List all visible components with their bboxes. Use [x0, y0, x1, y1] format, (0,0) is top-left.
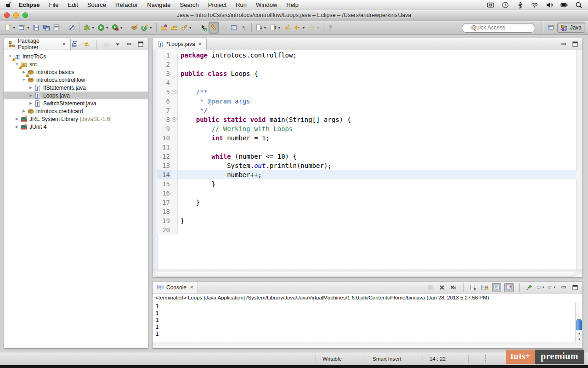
tree-item-introtocs-creditcard[interactable]: ▶introtocs.creditcard: [4, 107, 148, 115]
dropdown-arrow-icon[interactable]: ▼: [91, 26, 95, 29]
remove-all-terminated-button[interactable]: [449, 283, 458, 292]
open-task-button[interactable]: [169, 22, 179, 34]
minimize-button[interactable]: [560, 40, 568, 48]
time-machine-icon[interactable]: [502, 1, 509, 9]
dropdown-arrow-icon[interactable]: ▼: [278, 26, 281, 29]
java-perspective-button[interactable]: J Java: [557, 23, 585, 33]
volume-icon[interactable]: [546, 1, 553, 9]
show-stdout-when-changed-button[interactable]: [492, 283, 501, 292]
dropdown-arrow-icon[interactable]: ▼: [316, 26, 319, 29]
menu-source[interactable]: Source: [83, 1, 111, 8]
new-button[interactable]: ▼: [3, 22, 17, 34]
search-button[interactable]: ▼: [179, 22, 193, 34]
close-icon[interactable]: ✕: [198, 41, 202, 46]
menu-edit[interactable]: Edit: [63, 1, 82, 8]
close-icon[interactable]: ✕: [190, 285, 193, 290]
dropdown-arrow-icon[interactable]: ▼: [189, 26, 192, 29]
tree-item-introtocs-controlflow[interactable]: ▼introtocs.controlflow: [4, 76, 148, 84]
maximize-button[interactable]: [571, 40, 579, 48]
maximize-button[interactable]: [571, 283, 579, 292]
minimize-button[interactable]: [125, 40, 133, 48]
display-selected-console-button[interactable]: ▼: [537, 283, 545, 292]
expand-triangle[interactable]: ▶: [14, 117, 20, 121]
run-external-tools-button[interactable]: ▼: [110, 22, 124, 34]
open-perspective-button[interactable]: [547, 23, 555, 32]
scroll-down-arrow[interactable]: ▼: [576, 336, 582, 342]
last-edit-location-button[interactable]: [282, 22, 292, 34]
console-tab[interactable]: Console ✕: [153, 282, 198, 293]
debug-button[interactable]: ▼: [82, 22, 96, 34]
expand-triangle[interactable]: ▶: [14, 125, 20, 129]
collapse-all-button[interactable]: [71, 40, 79, 48]
collapse-triangle[interactable]: ▼: [21, 78, 27, 82]
menu-navigate[interactable]: Navigate: [142, 1, 175, 8]
scrollbar-thumb[interactable]: [154, 271, 575, 276]
editor-tab-loops-java[interactable]: J *Loops.java ✕: [153, 38, 207, 50]
scroll-up-arrow[interactable]: ▲: [576, 330, 582, 336]
tree-item-jre-system-library[interactable]: ▶JRE System Library[JavaSE-1.6]: [4, 115, 148, 123]
minimize-button[interactable]: [560, 283, 568, 292]
save-button[interactable]: [31, 22, 41, 34]
previous-annotation-button[interactable]: ▼: [268, 22, 283, 34]
remove-launch-button[interactable]: [438, 283, 446, 292]
collapse-fold-icon[interactable]: −: [172, 117, 176, 122]
minimize-window-button[interactable]: [13, 12, 19, 18]
close-window-button[interactable]: [4, 12, 10, 18]
package-explorer-tree[interactable]: ▼JIntroToCs▼src▶introtocs.basics▼introto…: [4, 50, 148, 131]
wifi-icon[interactable]: [531, 1, 538, 9]
new-java-class-button[interactable]: C▼: [140, 22, 154, 34]
next-annotation-button[interactable]: ▼: [254, 22, 268, 34]
display-mirroring-icon[interactable]: [487, 1, 494, 9]
dropdown-arrow-icon[interactable]: ▼: [27, 26, 30, 29]
expand-triangle[interactable]: ▶: [28, 86, 34, 90]
menu-search[interactable]: Search: [175, 1, 204, 8]
console-vertical-scrollbar[interactable]: ▲ ▼: [575, 302, 582, 342]
console-horizontal-scrollbar[interactable]: [153, 342, 582, 348]
menu-eclipse[interactable]: Eclipse: [15, 1, 45, 8]
dropdown-arrow-icon[interactable]: ▼: [264, 26, 267, 29]
apple-icon[interactable]: [6, 1, 12, 9]
menu-help[interactable]: Help: [282, 1, 303, 8]
bluetooth-icon[interactable]: [516, 1, 524, 9]
console-output[interactable]: 11111: [153, 302, 576, 342]
view-menu-button[interactable]: [113, 40, 122, 48]
expand-triangle[interactable]: ▶: [28, 93, 34, 98]
back-button[interactable]: ▼: [292, 22, 306, 34]
dropdown-arrow-icon[interactable]: ▼: [106, 26, 109, 29]
menu-file[interactable]: File: [45, 1, 63, 8]
expand-triangle[interactable]: ▶: [21, 109, 27, 113]
tree-item-switchstatement-java[interactable]: ▶JSwitchStatement.java: [4, 99, 148, 107]
overview-ruler[interactable]: [576, 50, 582, 270]
new-java-project-button[interactable]: ▼: [17, 22, 31, 34]
toggle-block-selection-button[interactable]: [229, 22, 239, 34]
dropdown-arrow-icon[interactable]: ▼: [553, 286, 556, 289]
editor-horizontal-scrollbar[interactable]: [153, 270, 582, 277]
open-type-button[interactable]: [159, 22, 169, 34]
tree-item-loops-java[interactable]: ▶JLoops.java: [4, 92, 148, 99]
dropdown-arrow-icon[interactable]: ▼: [542, 286, 545, 289]
menu-run[interactable]: Run: [231, 1, 251, 8]
pin-console-button[interactable]: [525, 283, 533, 292]
dropdown-arrow-icon[interactable]: ▼: [12, 26, 16, 29]
dropdown-arrow-icon[interactable]: ▼: [120, 26, 123, 29]
code-editor[interactable]: 1package introtocs.controlflow;23public …: [153, 50, 582, 270]
expand-triangle[interactable]: ▶: [28, 101, 34, 105]
spotlight-icon[interactable]: [575, 1, 582, 9]
menu-refactor[interactable]: Refactor: [111, 1, 142, 8]
zoom-window-button[interactable]: [23, 12, 28, 18]
new-java-package-button[interactable]: [130, 22, 140, 34]
show-whitespace-button[interactable]: ¶: [239, 22, 249, 34]
scroll-lock-button[interactable]: [481, 283, 489, 292]
tree-item-introtocs[interactable]: ▼JIntroToCs: [4, 52, 148, 60]
toggle-mark-occurrences-button[interactable]: [209, 22, 219, 34]
open-console-button[interactable]: ▼: [548, 283, 556, 292]
tree-item-junit-4[interactable]: ▶JUnit 4: [4, 123, 148, 131]
skip-all-breakpoints-button[interactable]: [67, 22, 77, 34]
clear-console-button[interactable]: [469, 283, 477, 292]
maximize-button[interactable]: [136, 40, 145, 48]
save-all-button[interactable]: [41, 22, 51, 34]
package-explorer-tab[interactable]: Package Explorer ✕: [4, 38, 71, 50]
menu-window[interactable]: Window: [251, 1, 282, 8]
collapse-fold-icon[interactable]: −: [172, 90, 176, 94]
print-button[interactable]: [51, 22, 62, 34]
